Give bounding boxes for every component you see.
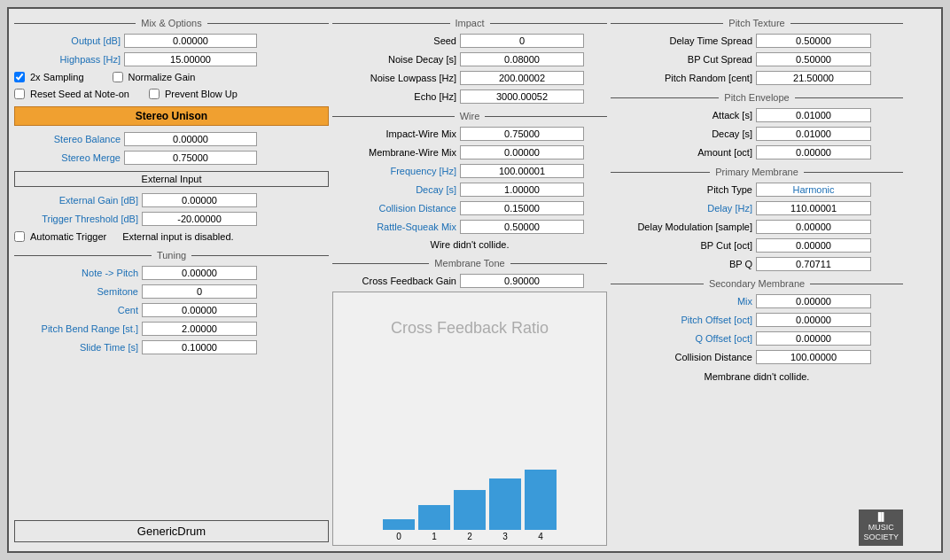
membrane-status-text: Membrane didn't collide. <box>611 371 903 382</box>
noise-lowpass-label: Noise Lowpass [Hz] <box>332 73 456 83</box>
membrane-wire-mix-input[interactable] <box>460 145 584 159</box>
impact-line-right <box>490 23 608 24</box>
bp-cut-spread-input[interactable] <box>756 52 871 66</box>
external-gain-input[interactable] <box>142 193 257 207</box>
wire-decay-label: Decay [s] <box>332 184 456 195</box>
cross-feedback-row: Cross Feedback Gain <box>332 274 607 288</box>
chart-bar-label: 4 <box>538 532 543 541</box>
stereo-balance-label: Stereo Balance <box>14 134 121 144</box>
cent-input[interactable] <box>142 303 257 317</box>
membrane-wire-mix-label: Membrane-Wire Mix <box>332 147 456 158</box>
note-pitch-row: Note -> Pitch <box>14 266 329 280</box>
secondary-collision-row: Collision Distance <box>611 350 903 364</box>
pitch-type-input[interactable] <box>756 183 871 197</box>
pitch-offset-label: Pitch Offset [oct] <box>611 315 752 325</box>
stereo-balance-input[interactable] <box>124 132 257 146</box>
reset-seed-checkbox[interactable] <box>14 89 25 99</box>
secondary-membrane-title: Secondary Membrane <box>704 278 810 289</box>
q-offset-row: Q Offset [oct] <box>611 331 903 346</box>
pitch-envelope-title: Pitch Envelope <box>719 92 794 103</box>
right-column: Pitch Texture Delay Time Spread BP Cut S… <box>611 14 903 546</box>
auto-trigger-checkbox[interactable] <box>14 231 25 242</box>
cross-feedback-input[interactable] <box>460 274 584 288</box>
cross-feedback-label: Cross Feedback Gain <box>332 276 456 286</box>
delay-time-spread-input[interactable] <box>756 34 871 48</box>
prevent-blowup-checkbox[interactable] <box>149 89 160 99</box>
wire-decay-input[interactable] <box>460 183 584 197</box>
pitch-envelope-line-left <box>611 97 719 98</box>
rattle-squeak-input[interactable] <box>460 220 584 234</box>
normalize-gain-checkbox[interactable] <box>113 72 123 82</box>
chart-bar-label: 1 <box>432 532 437 541</box>
bp-cut-input[interactable] <box>756 238 871 253</box>
delay-mod-row: Delay Modulation [sample] <box>611 220 903 234</box>
amount-input[interactable] <box>756 145 871 159</box>
echo-input[interactable] <box>460 89 584 104</box>
q-offset-input[interactable] <box>756 331 871 346</box>
delay-mod-input[interactable] <box>756 220 871 234</box>
trigger-thresh-label: Trigger Threshold [dB] <box>14 214 138 224</box>
seed-input[interactable] <box>460 34 584 48</box>
secondary-mix-input[interactable] <box>756 294 871 308</box>
chart-bar <box>383 519 415 530</box>
trigger-thresh-row: Trigger Threshold [dB] <box>14 212 329 226</box>
chart-bar-label: 2 <box>467 532 472 541</box>
envelope-decay-row: Decay [s] <box>611 127 903 141</box>
trigger-thresh-input[interactable] <box>142 212 257 226</box>
slide-time-label: Slide Time [s] <box>14 342 138 353</box>
stereo-merge-input[interactable] <box>124 151 257 165</box>
bp-q-input[interactable] <box>756 257 871 271</box>
pitch-texture-line-right <box>790 23 903 24</box>
external-disabled-text: External input is disabled. <box>122 231 233 242</box>
slide-time-input[interactable] <box>142 340 257 354</box>
collision-dist-row: Collision Distance <box>332 201 607 215</box>
wire-decay-row: Decay [s] <box>332 183 607 197</box>
highpass-input[interactable] <box>124 52 257 66</box>
rattle-squeak-label: Rattle-Squeak Mix <box>332 222 456 232</box>
echo-row: Echo [Hz] <box>332 89 607 104</box>
sampling-2x-checkbox[interactable] <box>14 72 25 82</box>
bp-q-row: BP Q <box>611 257 903 271</box>
secondary-membrane-line-right <box>810 284 903 284</box>
header-line-right <box>207 23 329 24</box>
attack-input[interactable] <box>756 108 871 122</box>
secondary-collision-label: Collision Distance <box>611 352 752 362</box>
seed-row: Seed <box>332 34 607 48</box>
amount-label: Amount [oct] <box>611 147 752 158</box>
semitone-row: Semitone <box>14 284 329 299</box>
cent-label: Cent <box>14 305 138 315</box>
delay-time-spread-label: Delay Time Spread <box>611 35 752 46</box>
frequency-row: Frequency [Hz] <box>332 164 607 178</box>
tuning-title: Tuning <box>152 250 191 261</box>
external-gain-row: External Gain [dB] <box>14 193 329 207</box>
bp-cut-spread-label: BP Cut Spread <box>611 54 752 65</box>
note-pitch-input[interactable] <box>142 266 257 280</box>
frequency-input[interactable] <box>460 164 584 178</box>
pitch-random-input[interactable] <box>756 71 871 85</box>
pitch-bend-input[interactable] <box>142 322 257 336</box>
chart-bar-col: 1 <box>418 505 450 541</box>
pitch-offset-input[interactable] <box>756 313 871 327</box>
impact-line-left <box>332 23 450 24</box>
wire-line-left <box>332 116 455 117</box>
wire-title: Wire <box>455 111 486 121</box>
noise-lowpass-input[interactable] <box>460 71 584 85</box>
generic-drum-button[interactable]: GenericDrum <box>14 520 329 542</box>
stereo-unison-button[interactable]: Stereo Unison <box>14 106 329 126</box>
primary-delay-input[interactable] <box>756 201 871 215</box>
secondary-membrane-line-left <box>611 284 704 284</box>
watermark-area: ▐▌ MUSIC SOCIETY <box>611 506 903 546</box>
semitone-input[interactable] <box>142 284 257 299</box>
envelope-decay-input[interactable] <box>756 127 871 141</box>
collision-dist-input[interactable] <box>460 201 584 215</box>
noise-decay-input[interactable] <box>460 52 584 66</box>
output-input[interactable] <box>124 34 257 48</box>
impact-wire-mix-input[interactable] <box>460 127 584 141</box>
seed-label: Seed <box>332 35 456 46</box>
music-society-badge: ▐▌ MUSIC SOCIETY <box>859 509 903 546</box>
chart-bar-label: 3 <box>502 532 508 541</box>
pitch-type-row: Pitch Type <box>611 183 903 197</box>
delay-time-spread-row: Delay Time Spread <box>611 34 903 48</box>
chart-bar-col: 3 <box>489 478 521 541</box>
secondary-collision-input[interactable] <box>756 350 871 364</box>
